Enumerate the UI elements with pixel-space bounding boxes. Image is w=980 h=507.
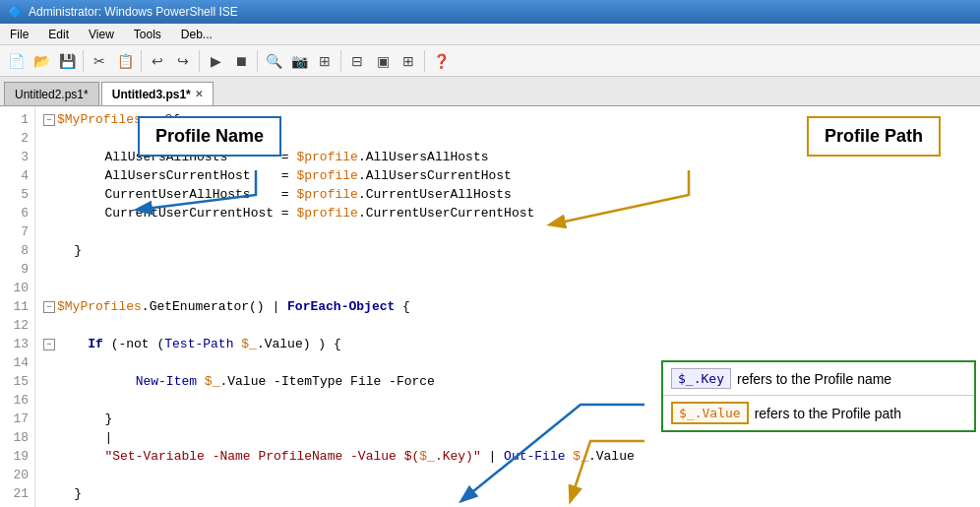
grid-button[interactable]: ⊞	[313, 49, 337, 73]
sep6	[424, 50, 425, 72]
open-button[interactable]: 📂	[30, 49, 53, 73]
code-line-15: New-Item $_.Value -ItemType File -Force	[43, 372, 972, 391]
help-button[interactable]: ❓	[429, 49, 453, 73]
code-line-7	[43, 222, 972, 241]
code-line-4: AllUsersCurrentHost = $profile.AllUsersC…	[43, 166, 972, 185]
code-line-13: − If (-not (Test-Path $_.Value) ) {	[43, 335, 972, 353]
split-button[interactable]: ⊟	[345, 49, 369, 73]
sep5	[340, 50, 341, 72]
code-line-5: CurrentUserAllHosts = $profile.CurrentUs…	[43, 185, 972, 204]
code-content[interactable]: −$MyProfiles = @{ AllUsersAllHosts = $pr…	[35, 106, 980, 507]
code-line-22	[43, 503, 972, 507]
code-line-10	[43, 279, 972, 297]
sep2	[141, 50, 142, 72]
copy-button[interactable]: 📋	[113, 49, 137, 73]
code-line-19: "Set-Variable -Name ProfileName -Value $…	[43, 447, 972, 466]
save-button[interactable]: 💾	[55, 49, 79, 73]
code-line-16	[43, 391, 972, 410]
tab-untitled2-label: Untitled2.ps1*	[15, 88, 89, 101]
code-line-18: |	[43, 428, 972, 447]
layout-button[interactable]: ⊞	[397, 49, 420, 73]
code-line-17: }	[43, 410, 972, 428]
menu-bar: File Edit View Tools Deb...	[0, 24, 980, 45]
menu-debug[interactable]: Deb...	[175, 26, 218, 43]
menu-file[interactable]: File	[4, 26, 34, 43]
code-line-2	[43, 129, 972, 148]
sep1	[83, 50, 84, 72]
code-line-6: CurrentUserCurrentHost = $profile.Curren…	[43, 204, 972, 222]
menu-view[interactable]: View	[83, 26, 120, 43]
tab-untitled3-label: Untitled3.ps1*	[112, 88, 191, 101]
sep4	[257, 50, 258, 72]
cut-button[interactable]: ✂	[88, 49, 111, 73]
sep3	[199, 50, 200, 72]
pane-button[interactable]: ▣	[371, 49, 395, 73]
code-line-9	[43, 260, 972, 279]
undo-button[interactable]: ↩	[146, 49, 169, 73]
menu-tools[interactable]: Tools	[128, 26, 167, 43]
tab-bar: Untitled2.ps1* Untitled3.ps1* ✕	[0, 77, 980, 106]
code-line-12	[43, 316, 972, 335]
code-line-1: −$MyProfiles = @{	[43, 110, 972, 129]
camera-button[interactable]: 📷	[287, 49, 311, 73]
zoom-button[interactable]: 🔍	[262, 49, 285, 73]
code-area: 1 2 3 4 5 6 7 8 9 10 11 12 13 14 15 16 1…	[0, 106, 980, 507]
fold-11[interactable]: −	[43, 301, 55, 313]
code-line-21: }	[43, 484, 972, 503]
menu-edit[interactable]: Edit	[42, 26, 75, 43]
code-line-8: }	[43, 241, 972, 260]
tab-untitled3[interactable]: Untitled3.ps1* ✕	[101, 82, 214, 105]
code-line-11: −$MyProfiles.GetEnumerator() | ForEach-O…	[43, 297, 972, 316]
run-button[interactable]: ▶	[204, 49, 227, 73]
fold-13[interactable]: −	[43, 339, 55, 350]
code-line-14	[43, 353, 972, 372]
tab-untitled3-close[interactable]: ✕	[195, 89, 203, 99]
stop-button[interactable]: ⏹	[229, 49, 253, 73]
new-button[interactable]: 📄	[4, 49, 28, 73]
title-bar-text: Administrator: Windows PowerShell ISE	[29, 5, 238, 19]
code-line-20	[43, 466, 972, 484]
redo-button[interactable]: ↪	[171, 49, 195, 73]
title-bar-icon: 🔷	[8, 5, 23, 19]
code-line-3: AllUsersAllHosts = $profile.AllUsersAllH…	[43, 148, 972, 166]
title-bar: 🔷 Administrator: Windows PowerShell ISE	[0, 0, 980, 24]
tab-untitled2[interactable]: Untitled2.ps1*	[4, 82, 99, 105]
toolbar: 📄 📂 💾 ✂ 📋 ↩ ↪ ▶ ⏹ 🔍 📷 ⊞ ⊟ ▣ ⊞ ❓	[0, 45, 980, 77]
line-numbers: 1 2 3 4 5 6 7 8 9 10 11 12 13 14 15 16 1…	[0, 106, 35, 507]
fold-1[interactable]: −	[43, 114, 55, 126]
